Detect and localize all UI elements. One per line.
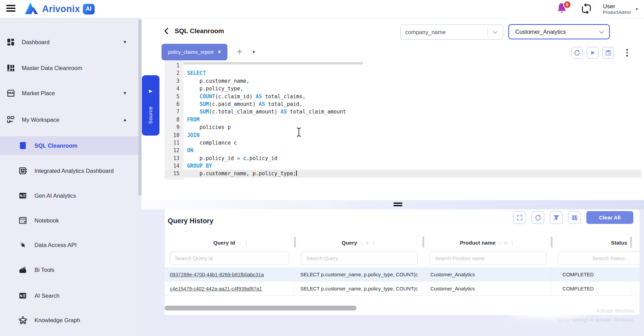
refresh-history-icon[interactable] [531, 211, 544, 224]
mouse-ibeam-cursor [296, 127, 302, 138]
column-select-value: company_name [401, 29, 446, 36]
search-query-input[interactable] [301, 251, 418, 265]
run-query-button[interactable] [587, 47, 598, 59]
back-button[interactable] [162, 27, 171, 36]
notifications-button[interactable]: 5 [556, 2, 570, 16]
sidebar-item-dashboard[interactable]: Dashboard ▼ [0, 33, 142, 51]
edit-columns-icon[interactable] [568, 211, 581, 224]
clear-filter-icon[interactable] [550, 211, 563, 224]
chevron-down-icon[interactable]: ▼ [123, 40, 127, 45]
search-product-name-input[interactable] [430, 251, 546, 265]
arivonix-mountain-icon [23, 1, 39, 17]
column-menu-icon[interactable]: ⋮ [371, 240, 376, 246]
column-header-query-id[interactable]: Query Id ↑↓ ⋮ [167, 236, 295, 250]
integrated-analytics-icon [18, 166, 28, 176]
sidebar-item-market-place[interactable]: Market Place ▼ [0, 84, 142, 102]
add-tab-button[interactable]: + [237, 47, 242, 57]
query-id-link[interactable]: 0937288e-4700-44b1-8269-b81fb0abc31a [170, 272, 264, 277]
editor-toolbar [571, 47, 630, 59]
code-line: 12ON [165, 147, 346, 154]
hamburger-menu-icon[interactable] [6, 4, 17, 13]
filter-equals-icon[interactable]: = [504, 240, 507, 246]
column-menu-icon[interactable]: ⋮ [510, 240, 515, 246]
column-separator[interactable] [630, 237, 632, 248]
sidebar-item-notebook[interactable]: </> Notebook [0, 211, 142, 230]
notification-count-badge: 5 [563, 1, 571, 9]
code-line: 13 p.policy_id = c.policy_id [165, 155, 346, 162]
sidebar-item-knowledge-graph[interactable]: Knowledge Graph [0, 311, 142, 329]
logo-wordmark: Arivonix [42, 4, 80, 14]
sidebar-item-gen-ai-analytics[interactable]: Gen AI Analytics [0, 186, 142, 205]
sidebar-item-ai-search[interactable]: AI Search [0, 286, 142, 305]
sidebar-item-my-workspace[interactable]: My Workspace ▲ [0, 110, 142, 129]
header-right: 5 User ProductAdmin ▾ [556, 0, 638, 18]
tab-policy-claims-report[interactable]: policy_claims_report × [162, 44, 227, 60]
sort-icon[interactable]: ↑↓ [360, 240, 363, 246]
query-cell: SELECT p.customer_name, p.policy_type, C… [295, 281, 418, 296]
fullscreen-icon[interactable] [513, 211, 526, 224]
tab-list-caret-icon[interactable]: ▾ [253, 49, 255, 55]
notebook-icon: </> [18, 216, 28, 225]
sql-editor[interactable]: 1 2SELECT 3 p.customer_name, 4 p.policy_… [142, 61, 644, 200]
table-horizontal-scrollbar[interactable] [165, 306, 357, 310]
search-query-id-input[interactable] [170, 251, 289, 265]
column-header-query[interactable]: Query ↑↓ = ⋮ [295, 236, 423, 250]
sort-icon[interactable]: ↑↓ [238, 240, 241, 246]
sidebar-item-bi-tools[interactable]: Bi Tools [0, 260, 142, 279]
code-line: 1 [165, 62, 346, 69]
market-place-icon [6, 88, 16, 98]
user-menu[interactable]: User ProductAdmin ▾ [603, 3, 638, 15]
product-name-cell: Customer_Analytics [423, 267, 546, 281]
column-header-status[interactable]: Status ↑ [552, 236, 634, 250]
sidebar-item-data-access-api[interactable]: Data Access API [0, 236, 142, 254]
sidebar-item-integrated-analytics-dashboard[interactable]: Integrated Analytics Dashboard [0, 161, 142, 180]
chevron-down-icon[interactable]: ▼ [123, 91, 127, 96]
column-header-product-name[interactable]: Product name ↑↓ = ⋮ [423, 236, 552, 250]
query-id-link[interactable]: c4e15479-c402-442a-aa21-c4f939af87a1 [170, 286, 262, 291]
expand-arrow-icon: ▶ [149, 88, 153, 93]
tab-close-icon[interactable]: × [218, 49, 221, 55]
column-select[interactable]: company_name [400, 24, 503, 40]
app: Arivonix AI 5 [0, 0, 644, 336]
logo[interactable]: Arivonix AI [23, 1, 95, 17]
source-panel-tab[interactable]: ▶ Source [142, 75, 159, 136]
product-select[interactable]: Customer_Analytics [508, 24, 610, 39]
ai-search-icon [18, 291, 28, 300]
query-history-actions: Clear All [513, 211, 633, 224]
bell-icon [556, 10, 568, 16]
column-separator[interactable] [551, 237, 553, 248]
search-status-input[interactable] [558, 251, 640, 265]
sidebar-item-sql-cleanroom[interactable]: SQL Cleanroom [0, 136, 142, 155]
more-options-icon[interactable] [624, 47, 630, 59]
query-history-row[interactable]: 0937288e-4700-44b1-8269-b81fb0abc31a SEL… [165, 267, 640, 281]
chevron-up-icon[interactable]: ▲ [123, 117, 127, 122]
ai-badge: AI [83, 4, 95, 14]
svg-text:</>: </> [20, 220, 25, 223]
chevron-down-icon[interactable] [492, 30, 498, 37]
column-separator[interactable] [294, 237, 296, 248]
select-separator [487, 28, 488, 37]
query-history-row[interactable]: c4e15479-c402-442a-aa21-c4f939af87a1 SEL… [165, 281, 640, 296]
master-data-cleanroom-icon [6, 63, 16, 73]
column-menu-icon[interactable]: ⋮ [244, 240, 248, 246]
chevron-down-icon[interactable] [598, 30, 605, 37]
code-line: 2SELECT [165, 69, 346, 77]
user-role: ProductAdmin [603, 10, 631, 15]
refresh-query-button[interactable] [571, 47, 583, 59]
source-tab-label: Source [147, 107, 154, 124]
column-separator[interactable] [422, 237, 424, 248]
sidebar-item-master-data-cleanroom[interactable]: Master Data Cleanroom [0, 59, 142, 77]
code-line: 6 SUM(c.paid_amount) AS total_paid, [165, 100, 346, 108]
clear-all-button[interactable]: Clear All [586, 211, 633, 224]
main-panel: SQL Cleanroom company_name Customer_Anal… [142, 18, 644, 200]
sidebar-scrollbar[interactable] [138, 19, 142, 196]
switch-workspace-icon[interactable] [580, 3, 593, 15]
code-line: 14GROUP BY [165, 162, 346, 170]
table-header: Query Id ↑↓ ⋮ Query ↑↓ = ⋮ Product name … [167, 236, 640, 250]
sort-icon[interactable]: ↑↓ [498, 240, 501, 246]
knowledge-graph-icon [18, 315, 28, 325]
panel-resize-strip [142, 200, 644, 209]
save-query-button[interactable] [602, 47, 614, 59]
filter-equals-icon[interactable]: = [366, 240, 369, 246]
resize-handle[interactable] [393, 202, 402, 207]
